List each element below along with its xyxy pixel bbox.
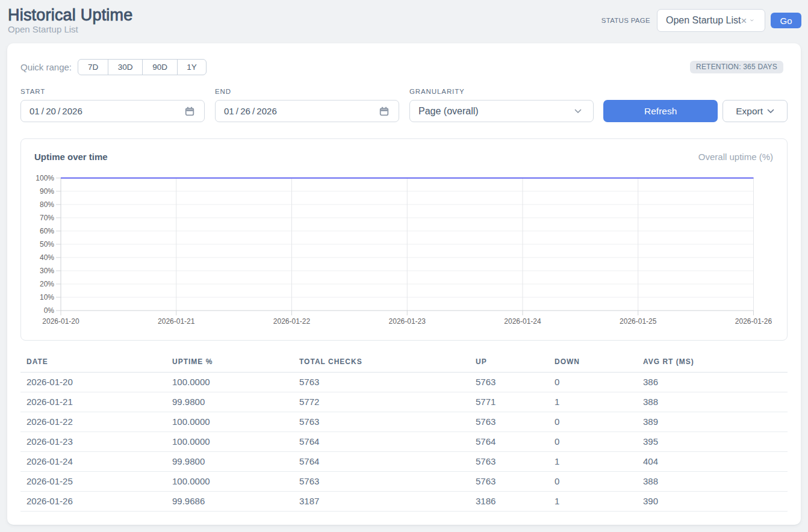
table-cell: 2026-01-21 [20,392,166,412]
export-label: Export [736,106,763,117]
title-block: Historical Uptime Open Startup List [8,6,132,34]
svg-text:30%: 30% [40,267,54,275]
end-date-value: 01 / 26 / 2026 [224,106,379,116]
table-header-row: DATEUPTIME %TOTAL CHECKSUPDOWNAVG RT (MS… [20,352,788,372]
svg-text:2026-01-22: 2026-01-22 [273,317,311,326]
table-cell: 0 [549,471,637,491]
export-button[interactable]: Export [723,100,788,122]
table-body: 2026-01-20100.00005763576303862026-01-21… [20,372,788,511]
table-cell: 5772 [293,392,470,412]
table-cell: 404 [637,451,788,471]
column-header: DOWN [549,352,637,372]
table-cell: 395 [637,431,788,451]
table-cell: 388 [637,471,788,491]
table-row: 2026-01-2199.9800577257711388 [20,392,788,412]
quick-range-group: Quick range: 7D30D90D1Y [20,59,207,75]
table-cell: 390 [637,491,788,511]
quick-range-row: Quick range: 7D30D90D1Y RETENTION: 365 D… [20,59,788,75]
page-title: Historical Uptime [8,6,132,25]
table-cell: 3186 [470,491,549,511]
retention-badge: RETENTION: 365 DAYS [690,61,783,73]
column-header: UPTIME % [166,352,293,372]
table-cell: 2026-01-22 [20,412,166,431]
quick-range-30d[interactable]: 30D [108,59,143,75]
table-cell: 1 [549,491,637,511]
uptime-table: DATEUPTIME %TOTAL CHECKSUPDOWNAVG RT (MS… [20,352,788,512]
table-cell: 2026-01-24 [20,451,166,471]
filters-row: START 01 / 20 / 2026 END 01 / 26 / 2026 … [20,88,788,122]
page-subtitle: Open Startup List [8,24,132,34]
table-cell: 5763 [470,451,549,471]
end-field: END 01 / 26 / 2026 [215,88,399,122]
calendar-icon[interactable] [379,107,389,116]
svg-text:40%: 40% [40,253,54,262]
calendar-icon[interactable] [185,107,194,116]
svg-text:90%: 90% [40,187,54,196]
start-date-input[interactable]: 01 / 20 / 2026 [20,100,205,122]
quick-range-90d[interactable]: 90D [142,59,178,75]
svg-text:20%: 20% [40,280,54,288]
table-cell: 5764 [293,431,470,451]
table-cell: 2026-01-25 [20,471,166,491]
table-cell: 0 [549,412,637,431]
go-button[interactable]: Go [771,13,801,28]
svg-text:0%: 0% [44,306,55,315]
table-cell: 99.9800 [166,451,293,471]
table-cell: 100.0000 [166,412,293,431]
column-header: DATE [20,352,166,372]
table-cell: 0 [549,431,637,451]
table-cell: 1 [549,392,637,412]
table-cell: 5763 [470,471,549,491]
granularity-field: GRANULARITY Page (overall) [409,88,594,122]
status-page-label: STATUS PAGE [601,17,650,24]
status-page-select[interactable]: Open Startup List × [657,9,765,32]
table-cell: 1 [549,451,637,471]
table-cell: 5771 [470,392,549,412]
start-date-value: 01 / 20 / 2026 [30,106,185,116]
svg-text:100%: 100% [36,174,54,182]
svg-text:80%: 80% [40,200,54,209]
table-row: 2026-01-22100.0000576357630389 [20,412,788,431]
start-field: START 01 / 20 / 2026 [20,88,205,122]
uptime-chart-card: Uptime over time Overall uptime (%) 0%10… [20,138,788,341]
chevron-down-icon [767,109,774,114]
chevron-down-icon [574,109,582,114]
end-label: END [215,88,399,95]
status-page-controls: STATUS PAGE Open Startup List × Go [601,9,801,32]
table-cell: 100.0000 [166,431,293,451]
table-cell: 5763 [470,372,549,392]
quick-range-buttons: 7D30D90D1Y [78,59,207,75]
column-header: AVG RT (MS) [637,352,788,372]
quick-range-label: Quick range: [20,62,72,72]
status-page-select-value: Open Startup List [666,15,741,26]
column-header: TOTAL CHECKS [293,352,470,372]
svg-text:60%: 60% [40,227,54,235]
quick-range-1y[interactable]: 1Y [177,59,207,75]
page-header: Historical Uptime Open Startup List STAT… [0,0,808,43]
column-header: UP [470,352,549,372]
end-date-input[interactable]: 01 / 26 / 2026 [215,100,399,122]
table-cell: 5764 [293,451,470,471]
table-cell: 3187 [293,491,470,511]
refresh-button[interactable]: Refresh [603,100,718,122]
table-cell: 99.9800 [166,392,293,412]
table-cell: 388 [637,392,788,412]
table-cell: 2026-01-23 [20,431,166,451]
table-cell: 5763 [293,471,470,491]
table-cell: 2026-01-20 [20,372,166,392]
granularity-select[interactable]: Page (overall) [409,100,594,122]
table-cell: 5763 [470,412,549,431]
main-card: Quick range: 7D30D90D1Y RETENTION: 365 D… [7,43,801,525]
table-cell: 100.0000 [166,372,293,392]
svg-text:2026-01-23: 2026-01-23 [389,317,426,326]
quick-range-7d[interactable]: 7D [78,59,108,75]
clear-selection-icon[interactable]: × [741,16,747,26]
svg-text:2026-01-20: 2026-01-20 [42,317,79,326]
table-cell: 5763 [293,372,470,392]
table-row: 2026-01-2499.9800576457631404 [20,451,788,471]
svg-text:50%: 50% [40,240,54,249]
svg-text:2026-01-24: 2026-01-24 [504,317,541,326]
table-cell: 386 [637,372,788,392]
svg-text:2026-01-21: 2026-01-21 [158,317,195,326]
start-label: START [20,88,205,95]
